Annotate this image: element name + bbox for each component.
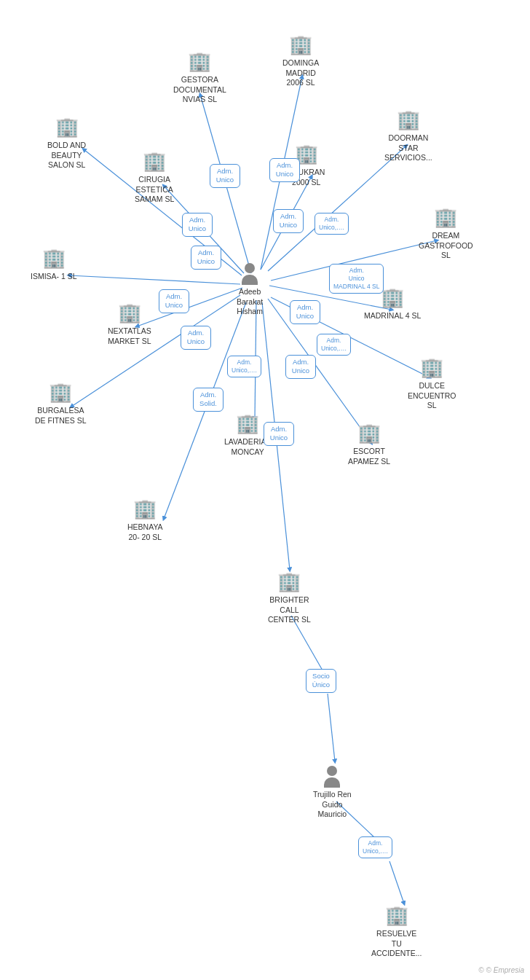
label-escort: ESCORT APAMEZ SL — [348, 447, 390, 466]
building-icon-bold: 🏢 — [55, 115, 79, 138]
badge-b16[interactable]: Socio Único — [306, 669, 336, 693]
node-nextatlas[interactable]: 🏢 NEXTATLAS MARKET SL — [108, 301, 151, 346]
label-brighter: BRIGHTER CALL CENTER SL — [268, 595, 311, 625]
building-icon-lavanderia: 🏢 — [236, 412, 259, 435]
label-madrinal: MADRINAL 4 SL — [364, 311, 421, 321]
node-bold[interactable]: 🏢 BOLD AND BEAUTY SALON SL — [47, 115, 86, 170]
label-doorman: DOORMAN STAR SERVICIOS... — [384, 133, 432, 163]
node-hebnaya[interactable]: 🏢 HEBNAYA 20- 20 SL — [127, 497, 163, 542]
building-icon-ismisa: 🏢 — [42, 246, 66, 270]
node-brighter[interactable]: 🏢 BRIGHTER CALL CENTER SL — [268, 570, 311, 625]
node-adeeb[interactable]: Adeeb Barakat Hisham — [237, 259, 263, 317]
badge-b15[interactable]: Adm. Unico — [264, 422, 294, 446]
building-icon-cirugia: 🏢 — [143, 149, 166, 173]
node-dulce[interactable]: 🏢 DULCE ENCUENTRO SL — [408, 356, 456, 411]
building-icon-nextatlas: 🏢 — [118, 301, 141, 324]
badge-b17[interactable]: Adm. Unico,…. — [358, 836, 392, 858]
badge-b6[interactable]: Adm. Unico — [191, 246, 221, 270]
label-dominga: DOMINGA MADRID 2006 SL — [282, 58, 319, 88]
building-icon-madrinal: 🏢 — [381, 286, 404, 309]
node-cirugia[interactable]: 🏢 CIRUGIA ESTETICA SAMAM SL — [135, 149, 174, 205]
building-icon-resuelve: 🏢 — [385, 903, 408, 927]
building-icon-brighter: 🏢 — [277, 570, 301, 593]
label-burgalesa: BURGALESA DE FITNES SL — [35, 406, 87, 426]
svg-line-7 — [69, 275, 240, 284]
node-ismisa[interactable]: 🏢 ISMISA- 1 SL — [31, 246, 77, 282]
building-icon-dream: 🏢 — [434, 205, 457, 229]
building-icon-hebnaya: 🏢 — [133, 497, 157, 520]
node-dominga[interactable]: 🏢 DOMINGA MADRID 2006 SL — [282, 33, 319, 88]
label-ismisa: ISMISA- 1 SL — [31, 272, 77, 282]
label-resuelve: RESUELVE TU ACCIDENTE... — [371, 929, 422, 959]
label-adeeb: Adeeb Barakat Hisham — [237, 287, 263, 317]
badge-b10[interactable]: Adm. Unico — [181, 326, 211, 350]
building-icon-dominga: 🏢 — [289, 33, 312, 56]
node-escort[interactable]: 🏢 ESCORT APAMEZ SL — [348, 421, 390, 466]
graph-container: Adeeb Barakat Hisham 🏢 GESTORA DOCUMENTA… — [0, 0, 530, 980]
badge-b9[interactable]: Adm. Unico — [290, 300, 320, 324]
building-icon-burgalesa: 🏢 — [49, 380, 72, 404]
svg-line-19 — [389, 861, 404, 903]
badge-b2[interactable]: Adm. Unico — [269, 158, 300, 182]
label-dulce: DULCE ENCUENTRO SL — [408, 381, 456, 411]
label-trujillo: Trujillo Ren Guido Mauricio — [313, 790, 352, 820]
badge-b7[interactable]: Adm. Unico MADRINAL 4 SL — [329, 264, 384, 294]
badge-b11[interactable]: Adm. Unico,…. — [317, 334, 351, 356]
svg-line-8 — [137, 288, 242, 326]
badge-b3[interactable]: Adm. Unico — [273, 209, 304, 233]
node-resuelve[interactable]: 🏢 RESUELVE TU ACCIDENTE... — [371, 903, 422, 959]
badge-b13[interactable]: Adm. Unico — [285, 355, 316, 379]
badge-b4[interactable]: Adm. Unico,…. — [315, 213, 349, 235]
label-gestora: GESTORA DOCUMENTAL NVIAS SL — [173, 75, 226, 105]
label-cirugia: CIRUGIA ESTETICA SAMAM SL — [135, 175, 174, 205]
badge-b8[interactable]: Adm. Unico — [159, 289, 189, 313]
building-icon-escort: 🏢 — [357, 421, 381, 444]
node-trujillo[interactable]: Trujillo Ren Guido Mauricio — [313, 761, 352, 820]
person-icon-trujillo — [319, 761, 345, 788]
svg-line-17 — [328, 694, 335, 761]
label-nextatlas: NEXTATLAS MARKET SL — [108, 326, 151, 346]
node-burgalesa[interactable]: 🏢 BURGALESA DE FITNES SL — [35, 380, 87, 426]
badge-b12[interactable]: Adm. Unico,…. — [227, 356, 261, 377]
badge-b14[interactable]: Adm. Solid. — [193, 388, 224, 412]
node-doorman[interactable]: 🏢 DOORMAN STAR SERVICIOS... — [384, 108, 432, 163]
label-bold: BOLD AND BEAUTY SALON SL — [47, 141, 86, 170]
badge-b5[interactable]: Adm. Unico — [182, 213, 213, 237]
watermark: © © Empresia — [478, 965, 524, 974]
building-icon-gestora: 🏢 — [188, 50, 211, 73]
watermark-text: © Empresia — [486, 966, 524, 974]
building-icon-dulce: 🏢 — [420, 356, 443, 379]
label-dream: DREAM GASTROFOOD SL — [419, 231, 473, 261]
node-gestora[interactable]: 🏢 GESTORA DOCUMENTAL NVIAS SL — [173, 50, 226, 105]
person-icon-adeeb — [237, 259, 263, 285]
node-dream[interactable]: 🏢 DREAM GASTROFOOD SL — [419, 205, 473, 261]
label-hebnaya: HEBNAYA 20- 20 SL — [127, 522, 163, 542]
badge-b1[interactable]: Adm. Unico — [210, 164, 240, 188]
building-icon-doorman: 🏢 — [397, 108, 420, 131]
